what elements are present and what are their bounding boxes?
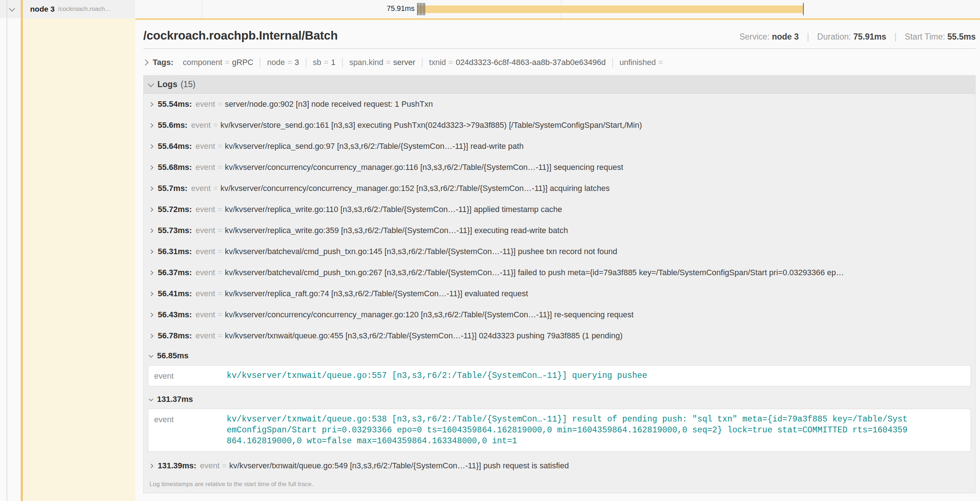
log-timestamp: 55.6ms: (158, 121, 188, 130)
log-row-expanded-toggle[interactable]: 131.37ms (144, 390, 975, 409)
tag-key: span.kind (349, 58, 383, 67)
tags-section-toggle[interactable]: Tags: component = gRPC node = 3 sb = 1 s… (143, 54, 976, 71)
chevron-right-icon[interactable] (149, 123, 153, 128)
log-equals: = (213, 184, 218, 193)
chevron-right-icon[interactable] (149, 165, 153, 170)
chevron-right-icon[interactable] (149, 333, 153, 338)
log-field-key: event (196, 268, 215, 278)
log-row[interactable]: 55.7ms: event = kv/kvserver/concurrency/… (144, 178, 975, 199)
log-field-key: event (196, 205, 215, 214)
span-timeline: 75.91ms (135, 0, 980, 18)
logs-section-toggle[interactable]: Logs (15) (144, 75, 975, 94)
span-row[interactable]: 75.91ms node 3 /cockroach.roach… (0, 0, 980, 18)
log-marker-tick[interactable] (420, 3, 421, 15)
chevron-right-icon[interactable] (149, 313, 153, 317)
log-field-value: kv/kvserver/replica_raft.go:74 [n3,s3,r6… (225, 289, 528, 298)
tags-list: component = gRPC node = 3 sb = 1 span.ki… (176, 58, 672, 67)
time-gridline (202, 0, 202, 18)
log-row[interactable]: 55.68ms: event = kv/kvserver/concurrency… (144, 157, 975, 178)
log-timestamp: 56.37ms: (158, 268, 192, 278)
tags-label: Tags: (153, 58, 173, 67)
tag-value: 024d3323-6c8f-4863-aa8b-37ab0e63496d (455, 58, 605, 67)
log-row[interactable]: 55.6ms: event = kv/kvserver/store_send.g… (144, 115, 975, 136)
span-overview: Service: node 3 | Duration: 75.91ms | St… (740, 32, 976, 42)
span-operation-name: /cockroach.roach… (58, 5, 111, 13)
overview-separator: | (894, 32, 897, 41)
chevron-right-icon[interactable] (149, 144, 153, 149)
log-row[interactable]: 56.41ms: event = kv/kvserver/replica_raf… (144, 283, 975, 304)
log-field-key: event (191, 121, 211, 130)
log-row[interactable]: 55.54ms: event = server/node.go:902 [n3]… (144, 94, 975, 115)
log-row[interactable]: 56.31ms: event = kv/kvserver/batcheval/c… (144, 241, 975, 262)
log-field-key: event (196, 226, 215, 235)
log-timestamp: 55.54ms: (158, 99, 192, 109)
span-duration-bar[interactable] (417, 5, 804, 13)
log-marker-tick[interactable] (417, 3, 418, 15)
log-row[interactable]: 55.73ms: event = kv/kvserver/replica_wri… (144, 220, 975, 241)
log-equals: = (218, 247, 222, 256)
chevron-right-icon[interactable] (149, 207, 153, 212)
log-equals: = (218, 268, 222, 278)
tag-equals: = (324, 58, 329, 67)
log-marker-end[interactable] (803, 3, 804, 15)
tag-pill[interactable]: component = gRPC (176, 58, 260, 67)
log-marker-tick[interactable] (418, 3, 419, 15)
log-timestamp: 55.7ms: (158, 184, 188, 193)
tag-pill[interactable]: node = 3 (260, 58, 305, 67)
log-row[interactable]: 55.64ms: event = kv/kvserver/replica_sen… (144, 136, 975, 157)
log-field-value: kv/kvserver/replica_send.go:97 [n3,s3,r6… (225, 142, 524, 151)
log-row[interactable]: 131.39ms: event = kv/kvserver/txnwait/qu… (144, 455, 975, 476)
log-row[interactable]: 56.43ms: event = kv/kvserver/concurrency… (144, 304, 975, 325)
tag-key: unfinished (619, 58, 656, 67)
log-row[interactable]: 56.37ms: event = kv/kvserver/batcheval/c… (144, 262, 975, 283)
log-row[interactable]: 56.78ms: event = kv/kvserver/txnwait/que… (144, 325, 975, 346)
tag-pill[interactable]: span.kind = server (342, 58, 422, 67)
log-timestamp: 55.73ms: (158, 226, 192, 235)
log-marker-tick[interactable] (424, 3, 425, 15)
chevron-right-icon[interactable] (143, 59, 149, 66)
chevron-down-icon[interactable] (149, 396, 153, 401)
chevron-right-icon[interactable] (149, 249, 153, 254)
log-marker-tick[interactable] (423, 3, 424, 15)
tag-equals: = (449, 58, 453, 67)
log-row[interactable]: 55.72ms: event = kv/kvserver/replica_wri… (144, 199, 975, 220)
log-timestamp: 131.39ms: (158, 461, 196, 471)
chevron-right-icon[interactable] (149, 228, 153, 233)
tree-indent-guide (6, 0, 7, 501)
chevron-right-icon[interactable] (149, 292, 153, 296)
tag-equals: = (225, 58, 229, 67)
tag-key: node (267, 58, 285, 67)
tag-value: server (393, 58, 415, 67)
log-field-value: kv/kvserver/txnwait/queue.go:549 [n3,s3,… (229, 461, 569, 471)
log-entry-expanded: 131.37ms event kv/kvserver/txnwait/queue… (144, 390, 975, 452)
span-detail-panel: /cockroach.roachpb.Internal/Batch Servic… (135, 18, 980, 501)
log-field-value: kv/kvserver/batcheval/cmd_push_txn.go:14… (225, 247, 617, 256)
chevron-down-icon[interactable] (149, 353, 153, 357)
chevron-down-icon[interactable] (148, 81, 154, 87)
log-field-key: event (154, 370, 227, 381)
log-equals: = (218, 205, 222, 214)
log-field-value: kv/kvserver/batcheval/cmd_push_txn.go:26… (225, 268, 844, 278)
log-marker-tick[interactable] (422, 3, 422, 15)
chevron-right-icon[interactable] (149, 270, 153, 275)
log-row-expanded-toggle[interactable]: 56.85ms (144, 346, 975, 365)
log-timestamp: 55.72ms: (158, 205, 192, 214)
chevron-right-icon[interactable] (149, 102, 153, 107)
span-name-cell[interactable]: node 3 /cockroach.roach… (0, 0, 135, 18)
tag-key: txnid (429, 58, 446, 67)
tag-pill[interactable]: unfinished = (612, 58, 672, 67)
log-field-value: kv/kvserver/concurrency/concurrency_mana… (225, 310, 634, 319)
chevron-right-icon[interactable] (149, 186, 153, 191)
log-field-key: event (196, 142, 215, 151)
start-time-value: 55.5ms (947, 32, 976, 41)
log-equals: = (218, 142, 222, 151)
chevron-right-icon[interactable] (149, 464, 153, 468)
tag-pill[interactable]: txnid = 024d3323-6c8f-4863-aa8b-37ab0e63… (422, 58, 612, 67)
tag-pill[interactable]: sb = 1 (306, 58, 342, 67)
logs-footer-note: Log timestamps are relative to the start… (144, 476, 975, 493)
log-field-key: event (196, 247, 215, 256)
log-field-value: kv/kvserver/txnwait/queue.go:538 [n3,s3,… (227, 414, 912, 447)
tag-value: 3 (294, 58, 299, 67)
log-field-value: kv/kvserver/concurrency/concurrency_mana… (221, 184, 610, 193)
chevron-down-icon[interactable] (9, 5, 15, 12)
